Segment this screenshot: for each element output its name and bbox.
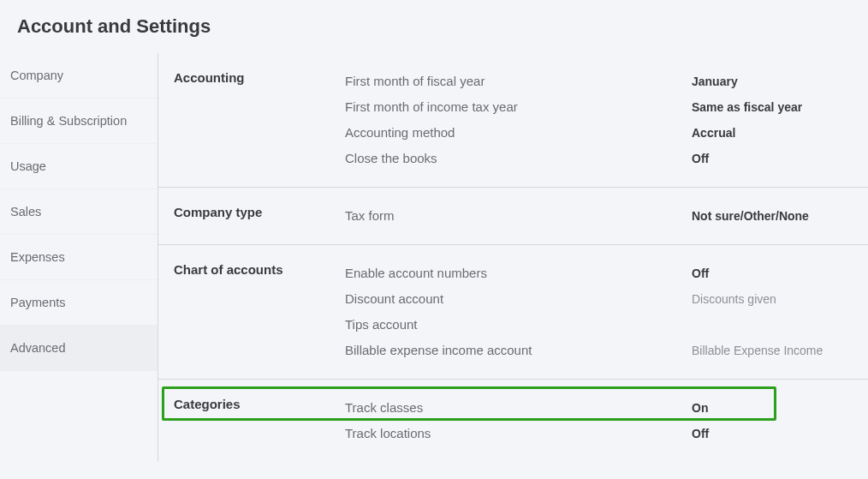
row-tax-form: Tax form Not sure/Other/None xyxy=(345,203,868,229)
section-chart-of-accounts[interactable]: Chart of accounts Enable account numbers… xyxy=(158,245,868,380)
row-label: Tax form xyxy=(345,208,692,223)
sidebar-item-sales[interactable]: Sales xyxy=(0,189,158,235)
sidebar-item-company[interactable]: Company xyxy=(0,53,158,99)
row-label: Track classes xyxy=(345,400,692,415)
row-income-tax-year: First month of income tax year Same as f… xyxy=(345,94,868,120)
section-title: Accounting xyxy=(174,69,345,171)
row-value: Discounts given xyxy=(692,292,776,306)
sidebar-item-usage[interactable]: Usage xyxy=(0,144,158,189)
row-track-classes: Track classes On xyxy=(345,395,868,421)
row-value: Off xyxy=(692,427,709,440)
section-categories[interactable]: Categories Track classes On Track locati… xyxy=(158,380,868,462)
row-label: First month of income tax year xyxy=(345,99,692,114)
row-label: Discount account xyxy=(345,291,692,306)
row-value: Same as fiscal year xyxy=(692,100,802,114)
settings-content: Accounting First month of fiscal year Ja… xyxy=(158,53,868,462)
page-title: Account and Settings xyxy=(0,0,868,53)
row-label: First month of fiscal year xyxy=(345,74,692,88)
row-accounting-method: Accounting method Accrual xyxy=(345,120,868,146)
row-value: Billable Expense Income xyxy=(692,344,823,357)
section-company-type[interactable]: Company type Tax form Not sure/Other/Non… xyxy=(158,188,868,245)
section-title: Company type xyxy=(174,203,345,229)
sidebar-item-billing[interactable]: Billing & Subscription xyxy=(0,99,158,144)
row-label: Track locations xyxy=(345,426,692,440)
row-label: Tips account xyxy=(345,317,692,332)
row-label: Billable expense income account xyxy=(345,343,692,357)
row-label: Enable account numbers xyxy=(345,266,692,280)
row-value: Off xyxy=(692,152,709,165)
row-value: On xyxy=(692,401,708,415)
row-value: January xyxy=(692,75,738,88)
row-enable-account-numbers: Enable account numbers Off xyxy=(345,260,868,286)
row-value: Accrual xyxy=(692,126,735,140)
row-label: Close the books xyxy=(345,151,692,165)
row-fiscal-year: First month of fiscal year January xyxy=(345,69,868,94)
row-label: Accounting method xyxy=(345,125,692,140)
row-value: Not sure/Other/None xyxy=(692,209,809,223)
section-accounting[interactable]: Accounting First month of fiscal year Ja… xyxy=(158,53,868,188)
section-title: Categories xyxy=(174,395,345,446)
sidebar-item-payments[interactable]: Payments xyxy=(0,280,158,326)
row-tips-account: Tips account xyxy=(345,312,868,338)
sidebar-item-advanced[interactable]: Advanced xyxy=(0,326,158,371)
row-discount-account: Discount account Discounts given xyxy=(345,286,868,312)
sidebar-item-expenses[interactable]: Expenses xyxy=(0,235,158,280)
row-billable-expense-income: Billable expense income account Billable… xyxy=(345,338,868,363)
row-value: Off xyxy=(692,266,709,280)
row-close-books: Close the books Off xyxy=(345,146,868,171)
row-track-locations: Track locations Off xyxy=(345,421,868,446)
settings-sidebar: Company Billing & Subscription Usage Sal… xyxy=(0,53,158,462)
section-title: Chart of accounts xyxy=(174,260,345,363)
